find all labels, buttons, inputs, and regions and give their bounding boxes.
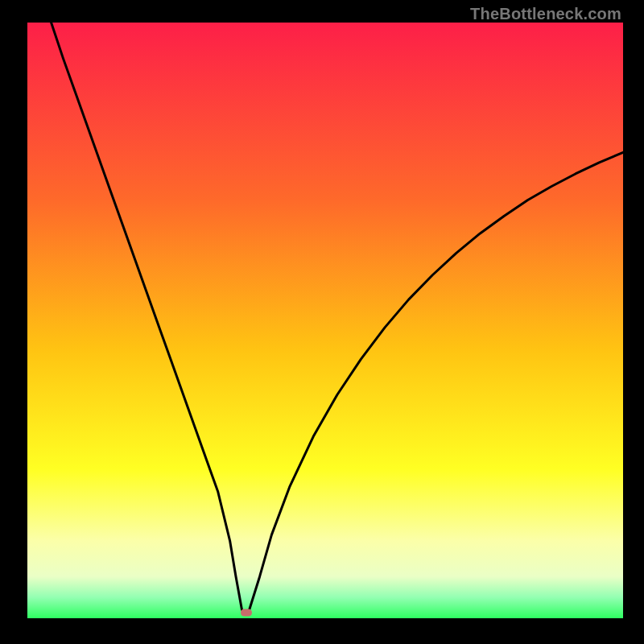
chart-frame: TheBottleneck.com (0, 0, 644, 644)
watermark-text: TheBottleneck.com (470, 5, 621, 23)
chart-svg (27, 23, 623, 618)
gradient-background (27, 23, 623, 618)
optimum-marker (241, 609, 252, 617)
plot-area (27, 23, 623, 618)
